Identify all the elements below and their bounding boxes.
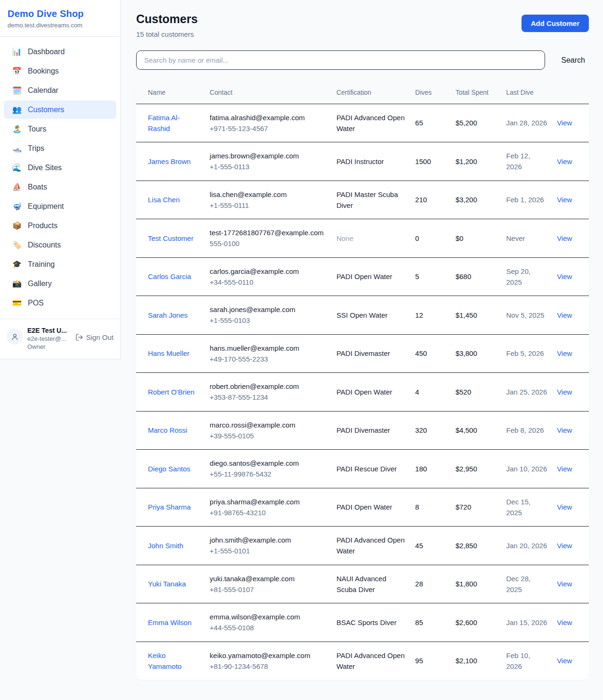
view-customer-link[interactable]: View [557,618,572,626]
table-row: Diego Santos diego.santos@example.com +5… [136,450,589,488]
customer-name-link[interactable]: Yuki Tanaka [148,578,186,589]
table-row: Robert O'Brien robert.obrien@example.com… [136,373,589,412]
customer-dives: 45 [415,542,423,550]
sidebar-item-equipment[interactable]: 🤿 Equipment [4,197,116,215]
dashboard-icon: 📊 [12,47,22,56]
search-button[interactable]: Search [557,53,589,67]
sidebar-item-training[interactable]: 🎓 Training [4,255,116,273]
customer-name-link[interactable]: Hans Mueller [148,348,189,359]
customer-name-link[interactable]: John Smith [148,540,183,551]
view-customer-link[interactable]: View [557,542,572,550]
view-customer-link[interactable]: View [557,465,572,473]
customer-name-link[interactable]: Emma Wilson [148,617,192,628]
customer-certification: PADI Master Scuba Diver [336,190,398,209]
customer-total-spent: $3,800 [456,349,477,357]
user-info: E2E Test U... e2e-tester@... Owner [27,327,71,350]
sign-out-button[interactable]: Sign Out [75,333,114,341]
view-customer-link[interactable]: View [557,272,572,280]
customer-name-link[interactable]: Carlos Garcia [148,271,191,282]
sidebar-item-discounts[interactable]: 🏷️ Discounts [4,236,116,254]
pos-icon: 💳 [12,298,22,307]
customer-dives: 12 [415,311,423,319]
column-header-actions [552,82,589,104]
table-row: Carlos Garcia carlos.garcia@example.com … [136,257,589,296]
view-customer-link[interactable]: View [557,503,572,511]
customer-name-link[interactable]: Marco Rossi [148,425,187,436]
customer-phone: +49-170-555-2233 [210,354,327,364]
sidebar-item-tours[interactable]: 🏝️ Tours [4,120,116,138]
customer-total-spent: $5,200 [456,119,477,127]
add-customer-button[interactable]: Add Customer [522,15,589,32]
customer-last-dive: Feb 12, 2026 [506,152,530,171]
search-input[interactable] [136,50,545,70]
shop-name: Demo Dive Shop [8,8,113,19]
customer-phone: +971-55-123-4567 [210,123,327,134]
view-customer-link[interactable]: View [557,388,572,396]
view-customer-link[interactable]: View [557,157,572,165]
sidebar-item-products[interactable]: 📦 Products [4,216,116,235]
customer-certification: PADI Advanced Open Water [336,114,405,132]
view-customer-link[interactable]: View [557,119,572,127]
view-customer-link[interactable]: View [557,234,572,242]
table-row: James Brown james.brown@example.com +1-5… [136,142,589,181]
customer-name-link[interactable]: Lisa Chen [148,194,180,205]
customer-phone: +91-98765-43210 [210,507,327,518]
customer-total-spent: $1,450 [456,311,477,319]
customer-dives: 65 [415,119,423,127]
customer-name-link[interactable]: Priya Sharma [148,502,191,512]
sidebar-item-customers[interactable]: 👥 Customers [4,100,116,119]
customer-certification: PADI Divemaster [336,349,390,357]
view-customer-link[interactable]: View [557,657,572,665]
sidebar-item-trips[interactable]: 🛥️ Trips [4,139,116,157]
table-row: Priya Sharma priya.sharma@example.com +9… [136,488,589,527]
view-customer-link[interactable]: View [557,196,572,204]
customer-name-link[interactable]: Test Customer [148,233,194,244]
user-footer: E2E Test U... e2e-tester@... Owner Sign … [0,319,120,359]
customer-phone: +1-555-0103 [210,315,327,326]
customer-email: test-1772681807767@example.com [210,227,327,238]
customer-dives: 1500 [415,157,431,165]
sidebar-item-bookings[interactable]: 📅 Bookings [4,62,116,80]
customer-name-link[interactable]: James Brown [148,156,191,167]
customer-name-link[interactable]: Robert O'Brien [148,387,195,397]
customer-name-link[interactable]: Sarah Jones [148,310,187,321]
customer-total-spent: $2,950 [456,465,477,473]
shop-domain: demo.test.divestreams.com [8,22,113,29]
customer-name-link[interactable]: Fatima Al-Rashid [148,112,200,134]
customer-email: lisa.chen@example.com [210,189,327,200]
customer-name-link[interactable]: Diego Santos [148,463,190,474]
table-row: Emma Wilson emma.wilson@example.com +44-… [136,603,589,642]
page-title: Customers [136,12,198,26]
customer-name-link[interactable]: Keiko Yamamoto [148,650,200,672]
dive-sites-icon: 🌊 [12,163,22,172]
table-row: Lisa Chen lisa.chen@example.com +1-555-0… [136,181,589,219]
table-row: Test Customer test-1772681807767@example… [136,219,589,258]
products-icon: 📦 [12,221,22,230]
customer-dives: 180 [415,465,427,473]
view-customer-link[interactable]: View [557,349,572,357]
sidebar-item-boats[interactable]: ⛵ Boats [4,178,116,196]
customer-dives: 210 [415,196,427,204]
view-customer-link[interactable]: View [557,580,572,588]
customer-last-dive: Dec 28, 2025 [506,575,531,593]
sidebar-item-calendar[interactable]: 🗓️ Calendar [4,81,116,99]
customer-dives: 4 [415,388,419,396]
customer-email: emma.wilson@example.com [210,611,327,622]
customer-email: carlos.garcia@example.com [210,266,327,277]
sidebar-item-gallery[interactable]: 📸 Gallery [4,274,116,293]
customers-icon: 👥 [12,105,22,114]
training-icon: 🎓 [12,260,22,269]
view-customer-link[interactable]: View [557,311,572,319]
customer-certification: PADI Rescue Diver [336,465,397,473]
sidebar-item-dive-sites[interactable]: 🌊 Dive Sites [4,158,116,177]
customer-total-spent: $2,850 [456,542,477,550]
customer-email: marco.rossi@example.com [210,420,327,430]
sidebar-item-pos[interactable]: 💳 POS [4,294,116,312]
customer-certification: BSAC Sports Diver [336,618,397,626]
view-customer-link[interactable]: View [557,426,572,434]
customer-total-spent: $3,200 [456,196,477,204]
boats-icon: ⛵ [12,182,22,191]
table-row: Yuki Tanaka yuki.tanaka@example.com +81-… [136,565,589,603]
customer-phone: +1-555-0101 [210,545,327,556]
sidebar-item-dashboard[interactable]: 📊 Dashboard [4,42,116,61]
